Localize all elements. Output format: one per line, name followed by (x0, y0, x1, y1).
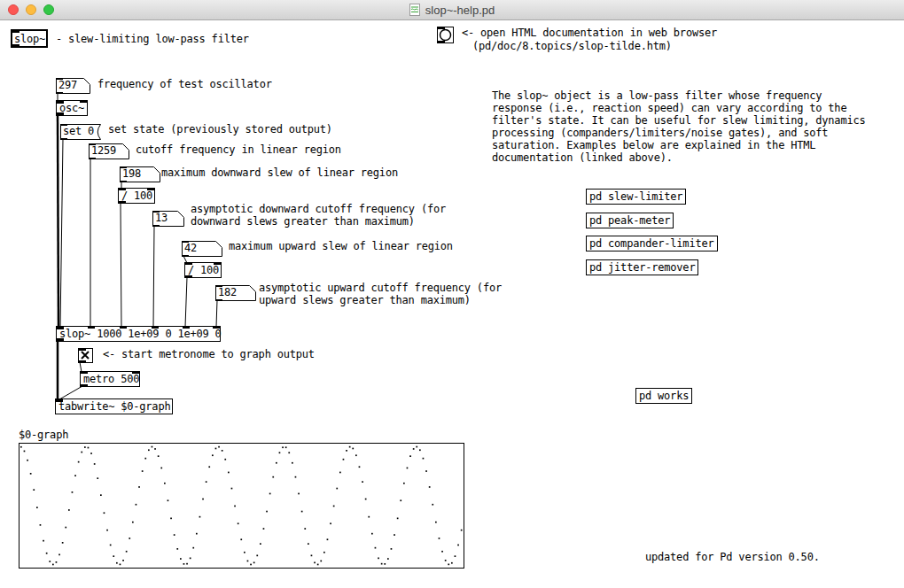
inlet-nub (12, 31, 19, 33)
number-upward-asymptotic[interactable]: 182 (215, 285, 256, 301)
outlet-nub (119, 201, 126, 203)
outlet-nub (438, 41, 445, 43)
waveform-plot (19, 444, 464, 568)
inlet-nub (147, 189, 154, 190)
outlet-nub (185, 275, 192, 277)
outlet-nub (182, 255, 189, 257)
object-tabwrite[interactable]: tabwrite~ $0-graph (55, 398, 173, 414)
message-cord (216, 300, 217, 327)
comment-set-state: set state (previously stored output) (108, 123, 332, 135)
inlet-nub (89, 143, 96, 145)
message-cord (153, 226, 154, 327)
comment-start-metronome: <- start metronome to graph output (103, 348, 315, 360)
window-title: slop~-help.pd (425, 4, 495, 17)
inlet-nub (60, 124, 67, 126)
message-cord (185, 277, 187, 327)
inlet-nub (213, 327, 220, 329)
inlet-nub (80, 101, 87, 103)
slop-title-object-box-label: slop~ (14, 33, 45, 45)
outlet-nub (56, 92, 63, 94)
number-max-downward-slew[interactable]: 198 (120, 166, 160, 182)
comment-set-state-label: set state (previously stored output) (108, 123, 332, 135)
inlet-nub (120, 327, 127, 329)
inlet-nub (119, 189, 126, 190)
inlet-nub (152, 211, 160, 213)
message-cord (59, 386, 82, 399)
number-max-upward-slew-label: 42 (184, 242, 197, 254)
comment-description-label: The slop~ object is a low-pass filter wh… (492, 89, 865, 164)
comment-open-html-docs-label: <- open HTML documentation in web browse… (462, 27, 717, 39)
comment-downward-asymptotic-label: asymptotic downward cutoff frequency (fo… (191, 203, 446, 228)
outlet-nub (12, 44, 19, 46)
number-downward-asymptotic-label: 13 (155, 212, 168, 224)
inlet-nub (214, 263, 221, 265)
inlet-nub (438, 27, 445, 29)
comment-description: The slop~ object is a low-pass filter wh… (492, 89, 865, 164)
message-set-0-label: set 0 (63, 125, 94, 137)
number-upward-asymptotic-label: 182 (218, 286, 237, 298)
inlet-nub (182, 241, 189, 243)
object-metro[interactable]: metro 500 (80, 371, 140, 387)
comment-upward-asymptotic-label: asymptotic upward cutoff frequency (for … (259, 282, 502, 306)
number-downward-asymptotic[interactable]: 13 (152, 211, 184, 227)
message-cord (121, 203, 121, 327)
outlet-nub (215, 299, 222, 301)
comment-slew-limiting-label: - slew-limiting low-pass filter (56, 33, 249, 45)
object-div-100-a-label: / 100 (121, 190, 152, 202)
inlet-nub (81, 372, 88, 374)
object-slop-label: slop~ 1000 1e+09 0 1e+09 0 (59, 328, 222, 340)
object-slop[interactable]: slop~ 1000 1e+09 0 1e+09 0 (56, 326, 221, 342)
comment-version: updated for Pd version 0.50. (645, 551, 820, 563)
subpatch-compander-limiter[interactable]: pd compander-limiter (586, 236, 718, 251)
signal-cord (58, 115, 58, 327)
comment-version-label: updated for Pd version 0.50. (645, 551, 820, 563)
number-cutoff-frequency-label: 1259 (91, 144, 116, 157)
object-div-100-b[interactable]: / 100 (184, 262, 222, 278)
comment-test-osc-frequency-label: frequency of test oscillator (97, 78, 272, 90)
inlet-nub (183, 327, 190, 329)
subpatch-peak-meter-label: pd peak-meter (589, 214, 670, 227)
inlet-nub (56, 78, 63, 80)
comment-graph-name-label: $0-graph (19, 429, 68, 441)
inlet-nub (152, 327, 159, 329)
outlet-nub (57, 112, 64, 115)
slop-title-object-box[interactable]: slop~ (11, 29, 48, 48)
inlet-nub (57, 101, 64, 104)
object-osc[interactable]: osc~ (56, 100, 88, 116)
patch-canvas: slop~- slew-limiting low-pass filter<- o… (0, 0, 904, 588)
comment-start-metronome-label: <- start metronome to graph output (103, 348, 315, 360)
subpatch-slew-limiter-label: pd slew-limiter (589, 190, 682, 203)
outlet-nub (57, 338, 64, 341)
number-max-upward-slew[interactable]: 42 (182, 241, 222, 257)
subpatch-slew-limiter[interactable]: pd slew-limiter (586, 189, 686, 205)
comment-cutoff-frequency: cutoff frequency in linear region (136, 143, 341, 156)
comment-doc-path-label: (pd/doc/8.topics/slop-tilde.htm) (472, 40, 672, 52)
outlet-nub (81, 384, 88, 386)
comment-max-downward-slew: maximum downward slew of linear region (161, 166, 398, 179)
comment-doc-path: (pd/doc/8.topics/slop-tilde.htm) (472, 40, 672, 52)
number-max-downward-slew-label: 198 (122, 167, 141, 180)
outlet-nub (79, 360, 86, 362)
number-test-osc-frequency-label: 297 (58, 79, 77, 91)
comment-downward-asymptotic: asymptotic downward cutoff frequency (fo… (191, 203, 446, 228)
comment-max-upward-slew-label: maximum upward slew of linear region (229, 240, 453, 252)
inlet-nub (215, 285, 222, 287)
titlebar: slop~-help.pd (0, 0, 904, 20)
inlet-nub (56, 399, 63, 402)
outlet-nub (89, 158, 96, 159)
subpatch-jitter-remover[interactable]: pd jitter-remover (586, 259, 698, 275)
number-test-osc-frequency[interactable]: 297 (56, 78, 90, 94)
number-cutoff-frequency[interactable]: 1259 (89, 143, 129, 159)
subpatch-peak-meter[interactable]: pd peak-meter (586, 213, 674, 228)
message-set-0[interactable]: set 0 (60, 124, 101, 140)
comment-upward-asymptotic: asymptotic upward cutoff frequency (for … (259, 282, 502, 306)
comment-max-upward-slew: maximum upward slew of linear region (229, 240, 453, 252)
open-docs-bang[interactable] (437, 27, 454, 43)
object-div-100-a[interactable]: / 100 (118, 188, 155, 204)
comment-test-osc-frequency: frequency of test oscillator (97, 78, 272, 90)
comment-graph-name: $0-graph (19, 429, 68, 441)
comment-slew-limiting: - slew-limiting low-pass filter (56, 33, 249, 45)
outlet-nub (120, 181, 127, 182)
subpatch-works[interactable]: pd works (635, 388, 692, 404)
toggle-start-metronome[interactable] (78, 348, 93, 363)
